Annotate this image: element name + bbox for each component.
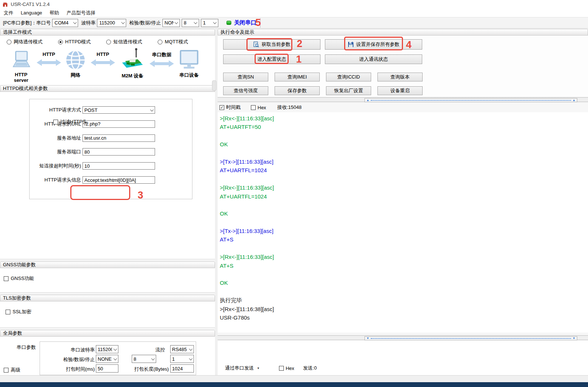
- work-mode-option[interactable]: MQTT模式: [158, 39, 188, 45]
- globe-icon: [65, 50, 85, 70]
- log-line: OK: [220, 210, 588, 219]
- checkbox-icon[interactable]: [4, 368, 9, 373]
- app-window: USR-CAT1 V1.2.4 文件Language帮助产品型号选择 [PC串口…: [0, 0, 588, 387]
- query-button[interactable]: 查询ICCID: [326, 73, 371, 81]
- field-input-text[interactable]: [83, 135, 155, 141]
- global-baud-select[interactable]: 115200: [96, 345, 118, 353]
- send-splitter[interactable]: ▼ ▼: [218, 335, 588, 340]
- section-splitter[interactable]: [0, 292, 215, 294]
- field-input[interactable]: [83, 134, 155, 142]
- log-line: [220, 133, 588, 141]
- query-button[interactable]: 保存参数: [275, 86, 320, 95]
- advanced-checkbox-row[interactable]: 高级: [4, 367, 20, 373]
- field-label: HTTP请求方式: [30, 107, 81, 113]
- gnss-checkbox-row[interactable]: GNSS功能: [4, 275, 34, 282]
- form-field-row: HTTP请求方式: [30, 106, 189, 114]
- checkbox-icon[interactable]: [251, 105, 256, 110]
- menu-item[interactable]: 文件: [0, 9, 17, 17]
- advanced-label: 高级: [11, 367, 20, 373]
- chevron-down-icon: [150, 355, 156, 363]
- log-line: [220, 202, 588, 210]
- splitter-handle[interactable]: ▼ ▼: [364, 336, 577, 340]
- baud-select[interactable]: 115200: [97, 19, 126, 27]
- packtime-input[interactable]: 50: [96, 364, 118, 373]
- annotation-box-4: [344, 37, 403, 50]
- checkbox-icon[interactable]: [279, 366, 284, 371]
- panel-divider[interactable]: [215, 29, 218, 375]
- field-input-text[interactable]: [83, 121, 155, 127]
- checkbox-checked-icon[interactable]: ✓: [219, 105, 224, 110]
- checkbox-icon[interactable]: [6, 310, 10, 314]
- query-button[interactable]: 设备重启: [377, 86, 423, 95]
- query-button[interactable]: 查询IMEI: [275, 73, 320, 81]
- field-label: 短连接超时时间(秒): [30, 163, 81, 169]
- databits-select[interactable]: 8: [182, 19, 199, 27]
- work-mode-option[interactable]: 网络透传模式: [7, 39, 43, 45]
- field-input-text[interactable]: [83, 177, 155, 183]
- section-splitter[interactable]: [0, 259, 215, 261]
- ssl-checkbox-row[interactable]: SSL加密: [6, 308, 31, 315]
- parity-select[interactable]: NONI: [162, 19, 180, 27]
- menu-item[interactable]: Language: [17, 9, 46, 17]
- field-input[interactable]: [83, 176, 155, 184]
- filter-http-label: 过滤HTTP头: [60, 119, 87, 125]
- checkbox-icon[interactable]: [4, 276, 9, 281]
- menu-item[interactable]: 帮助: [46, 9, 63, 17]
- com-port-select[interactable]: COM4: [52, 19, 78, 27]
- log-line: [220, 150, 588, 159]
- chevron-down-icon: [149, 107, 155, 113]
- log-splitter[interactable]: ▲ ▲: [218, 97, 588, 102]
- close-port-button[interactable]: 关闭串口: [234, 19, 256, 26]
- stopbits-select[interactable]: 1: [201, 19, 218, 27]
- app-icon: [3, 1, 8, 7]
- packlen-input[interactable]: 1024: [170, 364, 194, 373]
- query-button[interactable]: 查信号强度: [223, 86, 268, 95]
- work-mode-label: HTTPD模式: [65, 39, 91, 45]
- global-parity-select[interactable]: NONE: [96, 355, 118, 363]
- work-mode-option[interactable]: 短信透传模式: [106, 39, 142, 45]
- log-line: AT+S: [220, 236, 588, 245]
- menu-item[interactable]: 产品型号选择: [63, 9, 99, 17]
- global-databits-select[interactable]: 8: [132, 355, 156, 363]
- log-line: >[Rx<-][11:16:33][asc]: [220, 254, 588, 262]
- work-mode-option[interactable]: HTTPD模式: [58, 39, 91, 45]
- log-line: [220, 288, 588, 297]
- enter-comm-state-button[interactable]: 进入通讯状态: [325, 54, 422, 64]
- chevron-down-icon: [212, 19, 218, 27]
- checkbox-icon[interactable]: [53, 120, 58, 124]
- splitter-handle[interactable]: ▲ ▲: [364, 98, 577, 102]
- filter-http-checkbox-row[interactable]: 过滤HTTP头: [53, 119, 87, 125]
- field-input-text[interactable]: [83, 163, 155, 169]
- command-panel: 执行命令及提示 获取当前参数 设置并保存所有参数 进入配置: [218, 29, 588, 375]
- triangle-down-icon: ▼: [572, 337, 575, 340]
- timestamp-checkbox-row[interactable]: ✓ 时间戳: [219, 104, 241, 111]
- flow-select[interactable]: RS485: [170, 345, 194, 353]
- field-input-text[interactable]: [83, 107, 149, 113]
- log-line: OK: [220, 280, 588, 288]
- annotation-box-1: [255, 54, 289, 64]
- global-parity-label: 检验/数据/停止: [49, 356, 95, 363]
- send-hex-checkbox-row[interactable]: Hex: [279, 366, 294, 371]
- serial-log[interactable]: >[Rx<-][11:16:33][asc]AT+UARTFT=50OK>[Tx…: [218, 112, 588, 333]
- diagram-node-m2m: M2M 设备: [118, 48, 147, 79]
- global-stopbits-select[interactable]: 1: [170, 355, 194, 363]
- query-button[interactable]: 恢复出厂设置: [326, 86, 371, 95]
- global-baud-label: 串口波特率: [49, 347, 95, 353]
- recv-counter: 接收:15048: [277, 104, 302, 111]
- field-input-text[interactable]: [83, 149, 155, 155]
- diagram-node-label: 网络: [64, 72, 87, 79]
- query-button[interactable]: 查询版本: [377, 73, 423, 81]
- hex-checkbox-row[interactable]: Hex: [251, 105, 266, 110]
- scrollbar-thumb[interactable]: [212, 80, 216, 91]
- diagram-node-http-server: HTTP server: [8, 51, 34, 83]
- section-splitter[interactable]: [0, 327, 215, 330]
- field-input[interactable]: [83, 148, 155, 156]
- field-input[interactable]: [83, 106, 155, 114]
- field-input[interactable]: [83, 120, 155, 128]
- query-button[interactable]: 查询SN: [223, 73, 268, 81]
- settings-panel: 选择工作模式 网络透传模式 HTTPD模式 短信透传模式: [0, 29, 215, 375]
- field-label: 服务器地址: [30, 135, 81, 141]
- double-arrow-icon: [149, 60, 174, 68]
- send-via-serial-button[interactable]: 通过串口发送 ▼: [223, 364, 262, 373]
- field-input[interactable]: [83, 162, 155, 170]
